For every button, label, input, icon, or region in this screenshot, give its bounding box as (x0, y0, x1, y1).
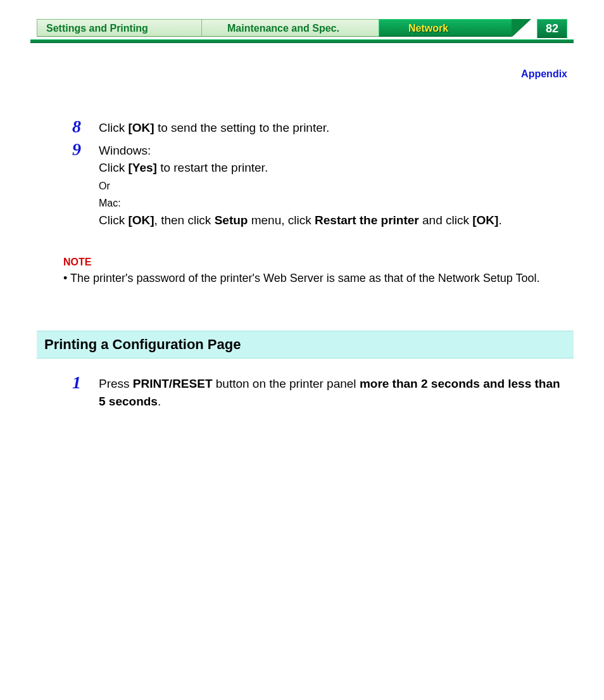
steps-list-b: 1 Press PRINT/RESET button on the printe… (37, 374, 567, 410)
document-page: Settings and Printing Maintenance and Sp… (0, 19, 604, 668)
step-row: 1 Press PRINT/RESET button on the printe… (37, 374, 567, 410)
note-text: The printer's password of the printer's … (63, 270, 574, 286)
step-number: 9 (37, 141, 99, 158)
appendix-link[interactable]: Appendix (521, 68, 567, 80)
step-row: 8 Click [OK] to send the setting to the … (37, 118, 574, 137)
note-label: NOTE (63, 257, 574, 268)
step-number: 1 (37, 374, 99, 391)
tab-divider-icon (512, 19, 531, 37)
tab-network[interactable]: Network (379, 19, 512, 37)
step-body: Press PRINT/RESET button on the printer … (99, 374, 567, 410)
step-body: Windows:Click [Yes] to restart the print… (99, 141, 574, 229)
tab-settings-and-printing[interactable]: Settings and Printing (37, 19, 201, 37)
header-tabs: Settings and Printing Maintenance and Sp… (37, 19, 567, 42)
steps-list-a: 8 Click [OK] to send the setting to the … (37, 118, 574, 229)
page-number: 82 (537, 19, 567, 38)
section-title: Printing a Configuration Page (37, 331, 574, 359)
step-number: 8 (37, 118, 99, 136)
note-block: NOTE The printer's password of the print… (63, 257, 574, 286)
header-rule (30, 39, 574, 43)
tab-maintenance-and-spec[interactable]: Maintenance and Spec. (201, 19, 379, 37)
step-body: Click [OK] to send the setting to the pr… (99, 118, 574, 137)
step-row: 9 Windows:Click [Yes] to restart the pri… (37, 141, 574, 229)
